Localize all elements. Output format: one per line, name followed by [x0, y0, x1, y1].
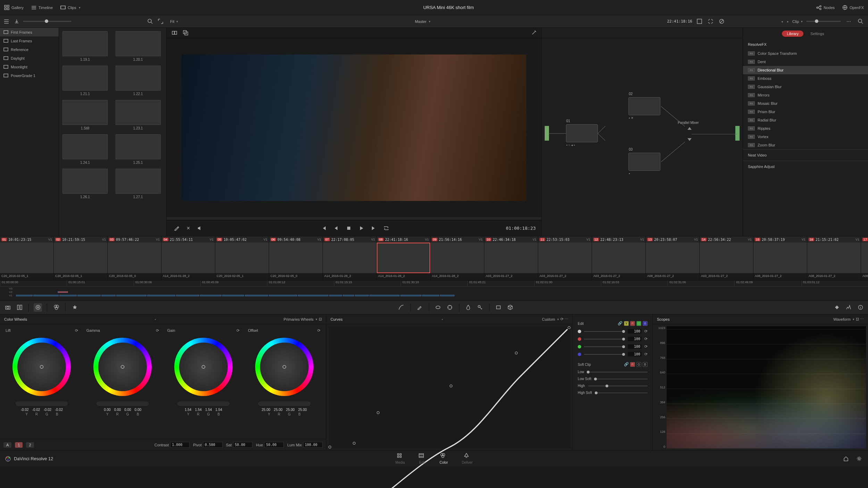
color-wheel[interactable]	[255, 338, 314, 396]
gallery-folder[interactable]: First Frames	[0, 28, 59, 36]
sat-field[interactable]: Sat	[226, 442, 253, 448]
link-icon[interactable]: 🔗	[618, 321, 623, 326]
soft-b[interactable]: B	[643, 362, 648, 367]
gallery-still[interactable]: 1.22.1	[116, 66, 161, 96]
reset-icon[interactable]: ⟳	[156, 328, 159, 333]
pivot-field[interactable]: Pivot	[193, 442, 222, 448]
clip-thumbnail[interactable]: 0110:01:23:15V1C20_2016-02-05_1	[0, 236, 54, 280]
r-slider[interactable]	[584, 339, 625, 339]
nodes-toggle[interactable]: Nodes	[816, 5, 835, 10]
fx-group-sapphire[interactable]: Sapphire Adjust	[743, 161, 868, 172]
fx-item[interactable]: FXRadial Blur	[743, 116, 868, 124]
edit-g[interactable]: G	[636, 321, 641, 326]
node-prev[interactable]: ◂	[781, 20, 783, 23]
fx-item[interactable]: FXPrism Blur	[743, 108, 868, 116]
window-button[interactable]	[434, 303, 442, 312]
sizing-button[interactable]	[494, 303, 503, 312]
fx-tab-library[interactable]: Library	[782, 31, 803, 37]
track[interactable]: V3	[9, 287, 868, 289]
clip-thumbnail[interactable]: 0921:56:14:16V1A14_2016-01-28_2	[431, 236, 484, 280]
highsoft-slider[interactable]	[595, 393, 648, 393]
gallery-still[interactable]: 1.19.1	[62, 31, 108, 61]
clip-thumbnail[interactable]: 1621:15:21:02V1A08_2016-01-27_2	[807, 236, 861, 280]
fx-item[interactable]: FXDirectional Blur	[743, 66, 868, 74]
track[interactable]: V1	[9, 294, 868, 296]
node-output[interactable]	[735, 126, 740, 141]
node-next[interactable]: ▸	[787, 20, 789, 23]
hue-field[interactable]: Hue	[256, 442, 284, 448]
scopes-button[interactable]	[844, 303, 853, 312]
color-wheel[interactable]	[174, 338, 233, 396]
clip-thumbnail[interactable]: 1320:23:58:07V1A08_2016-01-27_2	[646, 236, 700, 280]
curve-editor[interactable]	[328, 326, 570, 448]
lummix-field[interactable]: Lum Mix	[287, 442, 323, 448]
clips-dropdown[interactable]: Clips ▾	[60, 5, 81, 10]
prev-frame-button[interactable]	[332, 224, 340, 233]
settings-button[interactable]	[855, 455, 863, 463]
soft-g[interactable]: G	[636, 362, 641, 367]
motion-button[interactable]	[70, 303, 79, 312]
gallery-still[interactable]: 1.23.1	[116, 100, 161, 130]
fx-item[interactable]: FXMirrors	[743, 91, 868, 99]
picker-button[interactable]	[172, 224, 181, 233]
camera-raw-button[interactable]	[3, 303, 12, 312]
node-01[interactable]: 01▪ ○ ◂ ▪	[566, 124, 598, 142]
clip-thumbnail[interactable]: 0309:57:46:22V1C20_2016-02-05_0	[108, 236, 161, 280]
fx-item[interactable]: FXMosaic Blur	[743, 99, 868, 108]
clip-thumbnail[interactable]: 0722:17:08:05V1A14_2016-01-28_2	[323, 236, 377, 280]
node-02[interactable]: 02▪ ✕	[628, 97, 660, 115]
jog-wheel[interactable]	[177, 402, 229, 406]
fx-item[interactable]: FXZoom Blur	[743, 141, 868, 149]
clip-thumbnail[interactable]: 1720:44:10:09V1A08_2016-01-27_2	[861, 236, 868, 280]
color-wheel[interactable]	[12, 338, 71, 396]
openfx-toggle[interactable]: OpenFX	[842, 5, 864, 10]
page-edit[interactable]: Edit	[419, 453, 426, 464]
timeline-toggle[interactable]: Timeline	[31, 5, 53, 10]
fx-item[interactable]: FXDent	[743, 58, 868, 66]
soft-r[interactable]: R	[630, 362, 635, 367]
split-view-button[interactable]	[170, 29, 178, 37]
page-media[interactable]: Media	[395, 453, 405, 464]
gallery-folder[interactable]: Daylight	[0, 54, 59, 62]
clip-thumbnail[interactable]: 0822:41:18:16V1A14_2016-01-28_2	[377, 236, 431, 280]
gallery-still[interactable]: 1.27.1	[116, 169, 161, 199]
clip-thumbnail[interactable]: 1222:48:23:13V1A03_2016-01-27_2	[592, 236, 646, 280]
gallery-1[interactable]: 1	[15, 442, 23, 448]
last-frame-button[interactable]	[369, 224, 378, 233]
reset-icon[interactable]: ⟳	[644, 352, 648, 356]
qualifier-button[interactable]	[416, 303, 424, 312]
clip-thumbnail[interactable]: 0210:21:59:15V1C20_2016-02-05_1	[54, 236, 108, 280]
first-frame-button[interactable]	[319, 224, 328, 233]
gallery-still[interactable]: 1.26.1	[62, 169, 108, 199]
page-color[interactable]: Color	[440, 453, 448, 464]
fx-item[interactable]: FXEmboss	[743, 74, 868, 83]
gallery-folder[interactable]: Last Frames	[0, 36, 59, 45]
node-graph[interactable]: 01▪ ○ ◂ ▪ 02▪ ✕ 03▪ Parallel Mixer	[542, 38, 743, 236]
reset-icon[interactable]: ⟳	[236, 328, 240, 333]
lum-slider[interactable]	[584, 331, 625, 332]
reset-icon[interactable]: ⟳	[644, 344, 648, 349]
audio-button[interactable]	[196, 224, 204, 233]
rgb-mixer-button[interactable]	[52, 303, 60, 312]
g-slider[interactable]	[584, 346, 625, 347]
clip-thumbnail[interactable]: 0609:54:40:08V1C20_2016-02-05_0	[269, 236, 323, 280]
fullscreen-button[interactable]	[695, 17, 703, 26]
page-deliver[interactable]: Deliver	[462, 453, 473, 464]
gallery-still[interactable]: 1.Still	[62, 100, 108, 130]
bypass-button[interactable]	[717, 17, 726, 26]
tracker-button[interactable]	[446, 303, 454, 312]
mini-timeline[interactable]: 01:00:00:0001:00:15:0101:00:30:0601:00:4…	[0, 280, 868, 301]
curves-button[interactable]	[397, 303, 406, 312]
info-button[interactable]	[856, 303, 865, 312]
play-button[interactable]	[357, 224, 365, 233]
node-input[interactable]	[544, 126, 549, 141]
node-03[interactable]: 03▪	[628, 153, 660, 171]
key-button[interactable]	[476, 303, 484, 312]
gallery-still[interactable]: 1.20.1	[116, 31, 161, 61]
gallery-2[interactable]: 2	[26, 442, 34, 448]
fx-item[interactable]: FXVortex	[743, 133, 868, 141]
gallery-toggle[interactable]: Gallery	[4, 5, 24, 10]
reset-icon[interactable]: ⟳	[644, 337, 648, 341]
reset-icon[interactable]: ⟳	[75, 328, 78, 333]
scope-type-dropdown[interactable]: Waveform▾ ⊡ ⋯	[833, 317, 864, 321]
